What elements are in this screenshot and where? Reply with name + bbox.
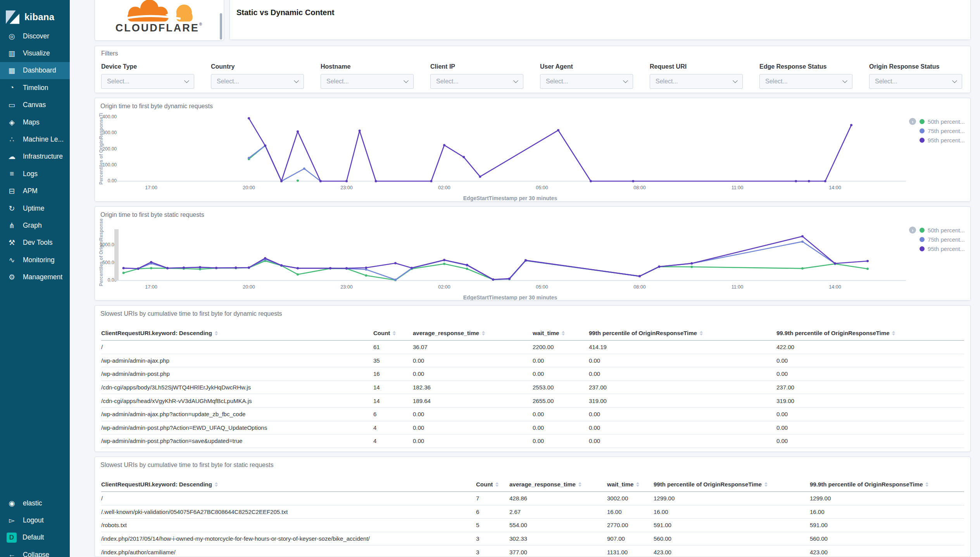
sort-asc-icon [764, 482, 768, 484]
panel-scrollbar[interactable] [220, 13, 222, 40]
uri-cell: /wp-admin/admin-post.php?action=save&upd… [101, 438, 373, 444]
data-point [199, 266, 201, 268]
data-point [297, 267, 299, 270]
table-row: /wp-admin/admin-post.php?action=...40.00… [101, 448, 964, 452]
canvas-icon: ▭ [7, 100, 17, 109]
legend-item-95th-percent[interactable]: 95th percent... [920, 137, 965, 144]
value-cell: 182.36 [413, 384, 533, 391]
data-point [638, 275, 641, 277]
sidebar-item-infrastructure[interactable]: ☁Infrastructure [0, 148, 70, 165]
column-header-wait-time[interactable]: wait_time [533, 330, 589, 336]
sidebar-item-apm[interactable]: ⊟APM [0, 183, 70, 200]
column-header-average-response-time[interactable]: average_response_time [509, 481, 607, 488]
sidebar-item-management[interactable]: ⚙Management [0, 268, 70, 285]
data-point [365, 266, 367, 269]
sidebar-item-visualize[interactable]: ▥Visualize [0, 45, 70, 62]
filter-select-user-agent[interactable]: Select... [540, 74, 633, 89]
sidebar-item-collapse[interactable]: ←Collapse [0, 546, 70, 557]
data-point [122, 267, 125, 269]
filter-select-hostname[interactable]: Select... [321, 74, 414, 89]
column-header-99-9th-percentile-of-originresponsetime[interactable]: 99.9th percentile of OriginResponseTime [776, 330, 964, 336]
column-header-wait-time[interactable]: wait_time [607, 481, 654, 488]
sort-desc-icon [482, 334, 485, 336]
data-point [264, 257, 266, 259]
column-header-99th-percentile-of-originresponsetime[interactable]: 99th percentile of OriginResponseTime [654, 481, 810, 488]
value-cell: 2200.00 [533, 344, 589, 350]
sidebar-item-graph[interactable]: ⋔Graph [0, 217, 70, 234]
sidebar-item-canvas[interactable]: ▭Canvas [0, 97, 70, 114]
value-cell: 0.00 [413, 438, 533, 444]
legend-expand-icon[interactable]: › [909, 227, 916, 234]
column-header-99th-percentile-of-originresponsetime[interactable]: 99th percentile of OriginResponseTime [589, 330, 776, 336]
sidebar-item-logout[interactable]: ▻Logout [0, 512, 70, 529]
uri-cell: /wp-admin/admin-ajax.php?action=update_z… [101, 411, 373, 417]
sidebar-item-machine-learning[interactable]: ∴Machine Le... [0, 131, 70, 148]
filter-select-edge-response-status[interactable]: Select... [759, 74, 852, 89]
column-header-average-response-time[interactable]: average_response_time [413, 330, 533, 336]
compass-icon: ◎ [7, 32, 17, 41]
sidebar-item-dashboard[interactable]: ▦Dashboard [0, 62, 70, 79]
legend-item-75th-percent[interactable]: 75th percent... [920, 236, 965, 243]
sidebar: kibana ◎Discover▥Visualize▦Dashboard◔Tim… [0, 0, 70, 557]
data-point [248, 266, 250, 269]
value-cell: 0.00 [533, 451, 589, 452]
value-cell: 0.00 [533, 438, 589, 444]
column-header-count[interactable]: Count [476, 481, 509, 488]
uri-cell: / [101, 344, 373, 350]
value-cell: 422.00 [776, 344, 964, 350]
filter-select-client-ip[interactable]: Select... [430, 74, 523, 89]
value-cell: 6 [476, 509, 509, 515]
sidebar-item-timelion[interactable]: ◔Timelion [0, 79, 70, 96]
sidebar-item-discover[interactable]: ◎Discover [0, 28, 70, 45]
filter-select-origin-response-status[interactable]: Select... [869, 74, 962, 89]
sidebar-item-label: Default [22, 533, 44, 541]
filter-origin-response-status: Origin Response StatusSelect... [869, 63, 962, 89]
legend-expand-icon[interactable]: › [909, 118, 916, 125]
sidebar-item-dev-tools[interactable]: ⚒Dev Tools [0, 234, 70, 251]
uri-cell: /wp-admin/admin-post.php [101, 370, 373, 377]
column-header-count[interactable]: Count [373, 330, 413, 336]
legend-item-50th-percent[interactable]: 50th percent... [920, 118, 965, 125]
kibana-logo[interactable]: kibana [0, 0, 70, 28]
value-cell: 591.00 [654, 522, 810, 528]
50th-percent-legend-dot [920, 228, 925, 233]
value-cell: 0.00 [413, 451, 533, 452]
sort-icon [892, 331, 895, 336]
sidebar-item-maps[interactable]: ◈Maps [0, 114, 70, 131]
filter-select-request-uri[interactable]: Select... [650, 74, 743, 89]
sidebar-item-uptime[interactable]: ↻Uptime [0, 200, 70, 217]
data-point [297, 273, 299, 276]
sidebar-item-label: Machine Le... [23, 135, 64, 144]
filter-select-device-type[interactable]: Select... [101, 74, 194, 89]
data-point [248, 117, 250, 119]
column-header-label: wait_time [533, 330, 559, 336]
filter-select-country[interactable]: Select... [211, 74, 304, 89]
dashboard-main: CLOUDFLARE® Static vs Dynamic Content Fi… [70, 0, 980, 557]
data-point [150, 261, 152, 263]
column-header-99-9th-percentile-of-originresponsetime[interactable]: 99.9th percentile of OriginResponseTime [810, 481, 964, 488]
legend-item-95th-percent[interactable]: 95th percent... [920, 246, 965, 252]
data-table: ClientRequestURI.keyword: DescendingCoun… [101, 326, 964, 452]
sidebar-item-label: Visualize [23, 49, 50, 57]
filters-panel: Filters Device TypeSelect...CountrySelec… [95, 46, 971, 93]
sidebar-item-default-space[interactable]: DDefault [0, 529, 70, 546]
sort-asc-icon [495, 482, 499, 484]
value-cell: 0.00 [776, 411, 964, 417]
sidebar-item-logs[interactable]: ≡Logs [0, 165, 70, 182]
value-cell: 2770.00 [607, 522, 654, 528]
column-header-label: Count [476, 481, 493, 488]
data-point [808, 180, 810, 182]
legend-item-75th-percent[interactable]: 75th percent... [920, 128, 965, 134]
sidebar-item-monitoring[interactable]: ∿Monitoring [0, 251, 70, 268]
sidebar-item-elastic[interactable]: ◉elastic [0, 495, 70, 512]
legend-item-50th-percent[interactable]: 50th percent... [920, 227, 965, 234]
plot-area [95, 224, 909, 285]
column-header-clientrequesturi-keyword-descending[interactable]: ClientRequestURI.keyword: Descending [101, 330, 373, 336]
data-point [492, 278, 494, 281]
apm-icon: ⊟ [7, 187, 17, 195]
chevron-down-icon [513, 78, 518, 83]
table-row: /6136.072200.00414.19422.00 [101, 341, 964, 354]
sort-icon [636, 482, 639, 487]
data-point [150, 267, 152, 269]
column-header-clientrequesturi-keyword-descending[interactable]: ClientRequestURI.keyword: Descending [101, 481, 476, 488]
